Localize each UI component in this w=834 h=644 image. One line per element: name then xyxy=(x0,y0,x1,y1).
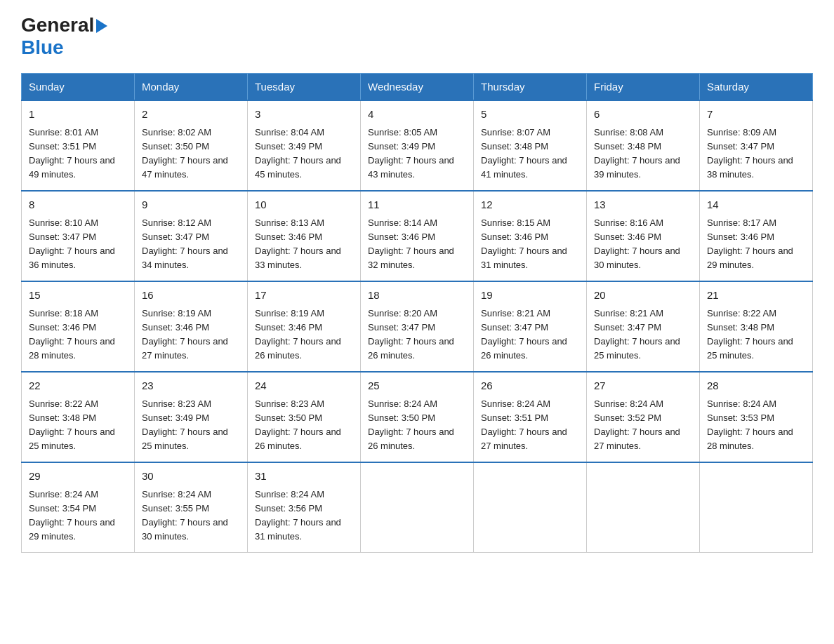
day-info: Sunrise: 8:04 AM Sunset: 3:49 PM Dayligh… xyxy=(255,126,353,182)
logo-general-text: General xyxy=(21,14,94,36)
day-header-saturday: Saturday xyxy=(700,74,813,101)
calendar-cell: 5 Sunrise: 8:07 AM Sunset: 3:48 PM Dayli… xyxy=(474,100,587,191)
calendar-header-row: SundayMondayTuesdayWednesdayThursdayFrid… xyxy=(22,74,813,101)
logo: General Blue xyxy=(21,14,107,59)
calendar-cell: 14 Sunrise: 8:17 AM Sunset: 3:46 PM Dayl… xyxy=(700,191,813,281)
day-info: Sunrise: 8:12 AM Sunset: 3:47 PM Dayligh… xyxy=(142,216,240,273)
day-number: 9 xyxy=(142,197,240,213)
day-info: Sunrise: 8:24 AM Sunset: 3:50 PM Dayligh… xyxy=(368,397,466,454)
day-number: 15 xyxy=(29,288,127,304)
calendar-cell: 6 Sunrise: 8:08 AM Sunset: 3:48 PM Dayli… xyxy=(587,100,700,191)
day-info: Sunrise: 8:19 AM Sunset: 3:46 PM Dayligh… xyxy=(142,307,240,363)
day-number: 22 xyxy=(29,378,127,394)
calendar-cell: 18 Sunrise: 8:20 AM Sunset: 3:47 PM Dayl… xyxy=(361,281,474,372)
day-number: 10 xyxy=(255,197,353,213)
calendar-cell: 25 Sunrise: 8:24 AM Sunset: 3:50 PM Dayl… xyxy=(361,372,474,462)
day-number: 23 xyxy=(142,378,240,394)
day-info: Sunrise: 8:24 AM Sunset: 3:52 PM Dayligh… xyxy=(594,397,692,454)
day-info: Sunrise: 8:02 AM Sunset: 3:50 PM Dayligh… xyxy=(142,126,240,182)
day-number: 28 xyxy=(707,378,805,394)
day-number: 13 xyxy=(594,197,692,213)
day-info: Sunrise: 8:23 AM Sunset: 3:49 PM Dayligh… xyxy=(142,397,240,454)
calendar-cell: 22 Sunrise: 8:22 AM Sunset: 3:48 PM Dayl… xyxy=(22,372,135,462)
calendar-cell: 9 Sunrise: 8:12 AM Sunset: 3:47 PM Dayli… xyxy=(135,191,248,281)
day-info: Sunrise: 8:10 AM Sunset: 3:47 PM Dayligh… xyxy=(29,216,127,273)
day-number: 29 xyxy=(29,469,127,485)
logo-blue-text: Blue xyxy=(21,36,64,58)
day-number: 7 xyxy=(707,107,805,123)
day-number: 25 xyxy=(368,378,466,394)
day-header-friday: Friday xyxy=(587,74,700,101)
day-info: Sunrise: 8:09 AM Sunset: 3:47 PM Dayligh… xyxy=(707,126,805,182)
calendar-cell: 13 Sunrise: 8:16 AM Sunset: 3:46 PM Dayl… xyxy=(587,191,700,281)
day-info: Sunrise: 8:24 AM Sunset: 3:56 PM Dayligh… xyxy=(255,488,353,544)
day-number: 18 xyxy=(368,288,466,304)
logo-triangle-icon xyxy=(96,19,107,33)
calendar-cell: 8 Sunrise: 8:10 AM Sunset: 3:47 PM Dayli… xyxy=(22,191,135,281)
calendar-cell: 29 Sunrise: 8:24 AM Sunset: 3:54 PM Dayl… xyxy=(22,462,135,553)
day-info: Sunrise: 8:08 AM Sunset: 3:48 PM Dayligh… xyxy=(594,126,692,182)
day-number: 24 xyxy=(255,378,353,394)
day-info: Sunrise: 8:05 AM Sunset: 3:49 PM Dayligh… xyxy=(368,126,466,182)
calendar-cell: 17 Sunrise: 8:19 AM Sunset: 3:46 PM Dayl… xyxy=(248,281,361,372)
day-number: 20 xyxy=(594,288,692,304)
day-number: 6 xyxy=(594,107,692,123)
day-info: Sunrise: 8:07 AM Sunset: 3:48 PM Dayligh… xyxy=(481,126,579,182)
calendar-cell xyxy=(474,462,587,553)
calendar-cell: 16 Sunrise: 8:19 AM Sunset: 3:46 PM Dayl… xyxy=(135,281,248,372)
calendar-table: SundayMondayTuesdayWednesdayThursdayFrid… xyxy=(21,73,813,553)
day-info: Sunrise: 8:24 AM Sunset: 3:55 PM Dayligh… xyxy=(142,488,240,544)
calendar-cell: 15 Sunrise: 8:18 AM Sunset: 3:46 PM Dayl… xyxy=(22,281,135,372)
day-info: Sunrise: 8:24 AM Sunset: 3:51 PM Dayligh… xyxy=(481,397,579,454)
day-number: 11 xyxy=(368,197,466,213)
calendar-week-5: 29 Sunrise: 8:24 AM Sunset: 3:54 PM Dayl… xyxy=(22,462,813,553)
calendar-cell: 28 Sunrise: 8:24 AM Sunset: 3:53 PM Dayl… xyxy=(700,372,813,462)
calendar-cell: 20 Sunrise: 8:21 AM Sunset: 3:47 PM Dayl… xyxy=(587,281,700,372)
day-info: Sunrise: 8:21 AM Sunset: 3:47 PM Dayligh… xyxy=(594,307,692,363)
day-number: 17 xyxy=(255,288,353,304)
day-number: 1 xyxy=(29,107,127,123)
calendar-cell xyxy=(700,462,813,553)
day-info: Sunrise: 8:22 AM Sunset: 3:48 PM Dayligh… xyxy=(29,397,127,454)
calendar-cell: 11 Sunrise: 8:14 AM Sunset: 3:46 PM Dayl… xyxy=(361,191,474,281)
day-number: 19 xyxy=(481,288,579,304)
day-number: 31 xyxy=(255,469,353,485)
day-info: Sunrise: 8:19 AM Sunset: 3:46 PM Dayligh… xyxy=(255,307,353,363)
day-number: 12 xyxy=(481,197,579,213)
day-info: Sunrise: 8:21 AM Sunset: 3:47 PM Dayligh… xyxy=(481,307,579,363)
day-info: Sunrise: 8:16 AM Sunset: 3:46 PM Dayligh… xyxy=(594,216,692,273)
calendar-cell: 31 Sunrise: 8:24 AM Sunset: 3:56 PM Dayl… xyxy=(248,462,361,553)
calendar-cell: 24 Sunrise: 8:23 AM Sunset: 3:50 PM Dayl… xyxy=(248,372,361,462)
calendar-week-2: 8 Sunrise: 8:10 AM Sunset: 3:47 PM Dayli… xyxy=(22,191,813,281)
calendar-week-1: 1 Sunrise: 8:01 AM Sunset: 3:51 PM Dayli… xyxy=(22,100,813,191)
calendar-cell: 3 Sunrise: 8:04 AM Sunset: 3:49 PM Dayli… xyxy=(248,100,361,191)
day-number: 14 xyxy=(707,197,805,213)
day-header-thursday: Thursday xyxy=(474,74,587,101)
day-header-sunday: Sunday xyxy=(22,74,135,101)
day-number: 16 xyxy=(142,288,240,304)
day-info: Sunrise: 8:18 AM Sunset: 3:46 PM Dayligh… xyxy=(29,307,127,363)
day-header-wednesday: Wednesday xyxy=(361,74,474,101)
day-info: Sunrise: 8:24 AM Sunset: 3:53 PM Dayligh… xyxy=(707,397,805,454)
day-info: Sunrise: 8:01 AM Sunset: 3:51 PM Dayligh… xyxy=(29,126,127,182)
day-number: 8 xyxy=(29,197,127,213)
calendar-cell: 19 Sunrise: 8:21 AM Sunset: 3:47 PM Dayl… xyxy=(474,281,587,372)
day-info: Sunrise: 8:23 AM Sunset: 3:50 PM Dayligh… xyxy=(255,397,353,454)
calendar-week-4: 22 Sunrise: 8:22 AM Sunset: 3:48 PM Dayl… xyxy=(22,372,813,462)
calendar-cell: 26 Sunrise: 8:24 AM Sunset: 3:51 PM Dayl… xyxy=(474,372,587,462)
calendar-cell: 27 Sunrise: 8:24 AM Sunset: 3:52 PM Dayl… xyxy=(587,372,700,462)
day-header-monday: Monday xyxy=(135,74,248,101)
day-header-tuesday: Tuesday xyxy=(248,74,361,101)
page-header: General Blue xyxy=(21,14,813,59)
calendar-cell xyxy=(361,462,474,553)
calendar-cell: 12 Sunrise: 8:15 AM Sunset: 3:46 PM Dayl… xyxy=(474,191,587,281)
calendar-cell: 2 Sunrise: 8:02 AM Sunset: 3:50 PM Dayli… xyxy=(135,100,248,191)
day-number: 27 xyxy=(594,378,692,394)
calendar-cell xyxy=(587,462,700,553)
day-info: Sunrise: 8:20 AM Sunset: 3:47 PM Dayligh… xyxy=(368,307,466,363)
calendar-cell: 30 Sunrise: 8:24 AM Sunset: 3:55 PM Dayl… xyxy=(135,462,248,553)
day-info: Sunrise: 8:17 AM Sunset: 3:46 PM Dayligh… xyxy=(707,216,805,273)
calendar-cell: 7 Sunrise: 8:09 AM Sunset: 3:47 PM Dayli… xyxy=(700,100,813,191)
calendar-cell: 21 Sunrise: 8:22 AM Sunset: 3:48 PM Dayl… xyxy=(700,281,813,372)
calendar-cell: 23 Sunrise: 8:23 AM Sunset: 3:49 PM Dayl… xyxy=(135,372,248,462)
